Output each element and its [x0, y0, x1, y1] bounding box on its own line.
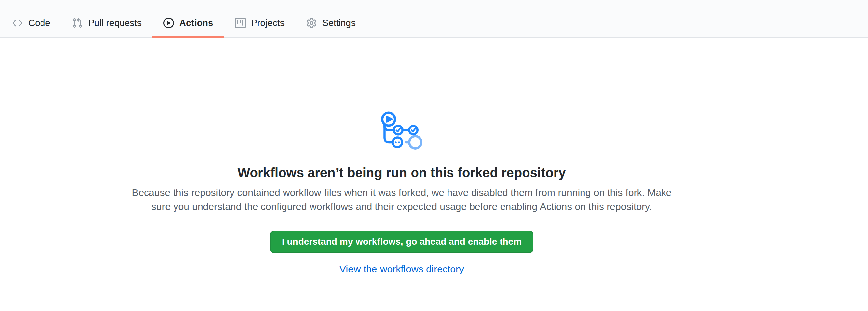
tab-pull-requests-label: Pull requests — [88, 19, 142, 28]
workflows-disabled-blankslate: Workflows aren’t being run on this forke… — [108, 111, 695, 275]
view-workflows-directory-link[interactable]: View the workflows directory — [340, 263, 464, 274]
blankslate-description: Because this repository contained workfl… — [108, 186, 695, 214]
tab-settings[interactable]: Settings — [296, 9, 367, 37]
tab-code-label: Code — [28, 19, 51, 28]
play-circle-icon — [163, 18, 174, 28]
tab-projects-label: Projects — [251, 19, 284, 28]
actions-disabled-page: Workflows aren’t being run on this forke… — [0, 37, 868, 275]
enable-workflows-button[interactable]: I understand my workflows, go ahead and … — [270, 230, 533, 253]
code-icon — [12, 18, 23, 28]
gear-icon — [306, 18, 317, 28]
link-row: View the workflows directory — [108, 263, 695, 275]
tab-settings-label: Settings — [322, 19, 355, 28]
git-pull-request-icon — [72, 18, 83, 28]
workflow-graph-icon — [108, 111, 695, 152]
tab-projects[interactable]: Projects — [224, 9, 296, 37]
tab-actions[interactable]: Actions — [152, 9, 224, 37]
tab-actions-label: Actions — [180, 19, 213, 28]
tab-code[interactable]: Code — [1, 9, 61, 37]
repo-tab-bar: Code Pull requests Actions Projects Sett… — [0, 0, 868, 37]
blankslate-heading: Workflows aren’t being run on this forke… — [108, 165, 695, 181]
tab-pull-requests[interactable]: Pull requests — [61, 9, 152, 37]
project-board-icon — [235, 18, 246, 28]
